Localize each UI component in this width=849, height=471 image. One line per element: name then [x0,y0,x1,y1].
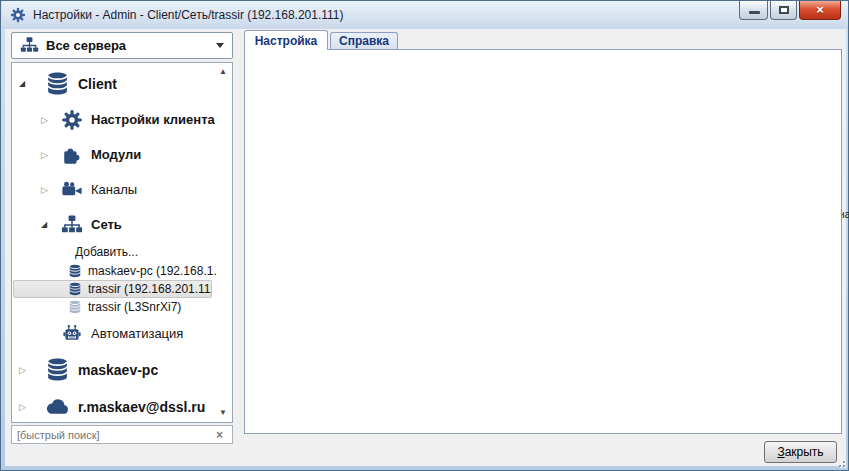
tab-help[interactable]: Справка [330,32,398,50]
tree-item-label: Каналы [91,182,137,197]
app-gear-icon [10,7,26,23]
gear-icon [61,109,83,131]
tree-item[interactable]: trassir (L3SnrXi7) [13,298,216,316]
tree-item-label: Настройки клиента [91,112,215,127]
database-icon [68,282,82,296]
minimize-icon [749,11,760,14]
puzzle-icon [61,144,83,166]
tree-item[interactable]: Автоматизация [13,316,216,351]
cloud-icon [45,394,70,419]
close-button[interactable]: Закрыть [764,441,837,463]
scroll-down-icon[interactable] [216,407,230,419]
window-controls: × [739,1,841,20]
tree-item-label: trassir (L3SnrXi7) [88,300,181,314]
network-icon [20,36,39,55]
window-title: Настройки - Admin - Client/Сеть/trassir … [33,8,344,22]
maximize-button[interactable] [770,1,797,20]
tree-item[interactable]: Настройки клиента [13,102,216,137]
database-icon [45,357,70,382]
tree-item-label: Client [78,76,117,92]
tree-item-label: maskaev-pc (192.168.1.2... [88,264,216,278]
scroll-up-icon[interactable] [216,66,230,78]
expander-icon[interactable] [41,115,61,125]
expander-icon[interactable] [41,150,61,160]
expander-icon[interactable] [41,185,61,195]
server-selector-dropdown[interactable]: Все сервера [11,32,233,59]
tree-item[interactable]: Сеть [13,207,216,242]
tree-item[interactable]: maskaev-pc [13,351,216,388]
server-tree-body: ClientНастройки клиентаМодулиКаналыСетьД… [13,65,216,421]
chevron-down-icon [216,43,224,48]
network-icon [61,214,83,236]
search-input[interactable] [12,429,216,441]
tree-item-label: Модули [91,147,141,162]
tree-item-label: r.maskaev@dssl.ru [78,399,205,415]
tree-item-label: Добавить... [75,245,138,259]
robot-icon [61,323,83,345]
expander-icon[interactable] [19,79,45,88]
title-bar[interactable]: Настройки - Admin - Client/Сеть/trassir … [2,1,848,29]
resize-grip[interactable] [835,457,845,467]
tree-item[interactable]: Модули [13,137,216,172]
camera-icon [61,179,83,201]
tree-item[interactable]: maskaev-pc (192.168.1.2... [13,262,216,280]
database-icon [45,71,70,96]
tree-item[interactable]: Client [13,65,216,102]
tree-item-label: trassir (192.168.201.111) [88,282,211,296]
database-icon [68,300,82,314]
tree-item[interactable]: trassir (192.168.201.111) [13,280,212,298]
expander-icon[interactable] [19,365,45,375]
tree-item-label: maskaev-pc [78,362,158,378]
quick-search [11,425,233,444]
close-window-button[interactable]: × [799,1,841,20]
settings-panel [244,49,842,434]
tree-item-label: Сеть [91,217,122,232]
tree-item[interactable]: Каналы [13,172,216,207]
search-clear-icon[interactable] [216,428,232,442]
tree-item-label: Автоматизация [91,326,183,341]
expander-icon[interactable] [19,402,45,412]
close-button-label: Закрыть [777,445,823,459]
close-icon: × [800,1,840,19]
database-icon [68,264,82,278]
minimize-button[interactable] [739,1,768,20]
tree-item[interactable]: r.maskaev@dssl.ru [13,388,216,423]
server-tree: ClientНастройки клиентаМодулиКаналыСетьД… [11,62,233,423]
tree-item[interactable]: Добавить... [13,242,216,262]
maximize-icon [779,6,789,14]
server-selector-label: Все сервера [46,38,216,53]
settings-window: Настройки - Admin - Client/Сеть/trassir … [0,0,849,471]
expander-icon[interactable] [41,220,61,229]
tab-settings[interactable]: Настройка [244,30,328,50]
